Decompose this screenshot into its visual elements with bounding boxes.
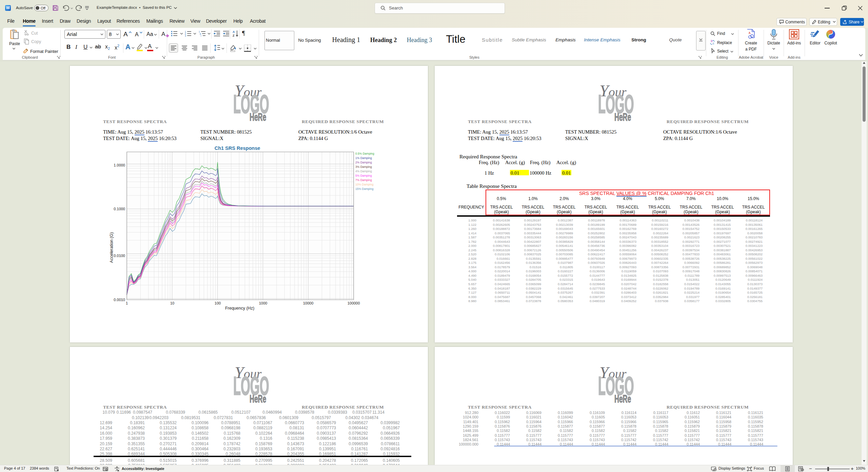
svg-text:5% Damping: 5% Damping (355, 174, 372, 177)
svg-text:0.0010: 0.0010 (114, 298, 125, 302)
svg-text:100000: 100000 (348, 301, 360, 305)
svg-text:0.5% Damping: 0.5% Damping (355, 152, 374, 155)
svg-text:A: A (748, 31, 751, 35)
svg-text:0.1000: 0.1000 (114, 207, 125, 211)
svg-text:1.0000: 1.0000 (114, 163, 125, 167)
svg-text:Ch1 SRS Response: Ch1 SRS Response (215, 145, 260, 151)
svg-text:Z: Z (233, 34, 235, 37)
svg-text:1: 1 (126, 301, 128, 305)
svg-text:2% Damping: 2% Damping (355, 161, 372, 164)
svg-text:c: c (713, 42, 714, 45)
svg-text:Acceleration (G): Acceleration (G) (109, 232, 114, 263)
svg-text:100: 100 (215, 301, 221, 305)
svg-text:15% Damping: 15% Damping (355, 187, 374, 191)
svg-text:1% Damping: 1% Damping (355, 156, 372, 160)
svg-text:10% Damping: 10% Damping (355, 183, 374, 186)
svg-text:i: i (201, 35, 201, 37)
svg-text:b: b (711, 39, 713, 43)
svg-text:0.0100: 0.0100 (114, 254, 125, 258)
svg-text:A: A (233, 30, 235, 34)
svg-text:3: 3 (185, 35, 186, 37)
svg-text:7% Damping: 7% Damping (355, 178, 372, 182)
svg-text:4% Damping: 4% Damping (355, 170, 372, 173)
svg-text:3% Damping: 3% Damping (355, 165, 372, 169)
svg-text:10000: 10000 (303, 301, 314, 305)
svg-text:10: 10 (170, 301, 174, 305)
svg-text:1000: 1000 (259, 301, 267, 305)
svg-text:Frequency (Hz): Frequency (Hz) (225, 306, 254, 311)
